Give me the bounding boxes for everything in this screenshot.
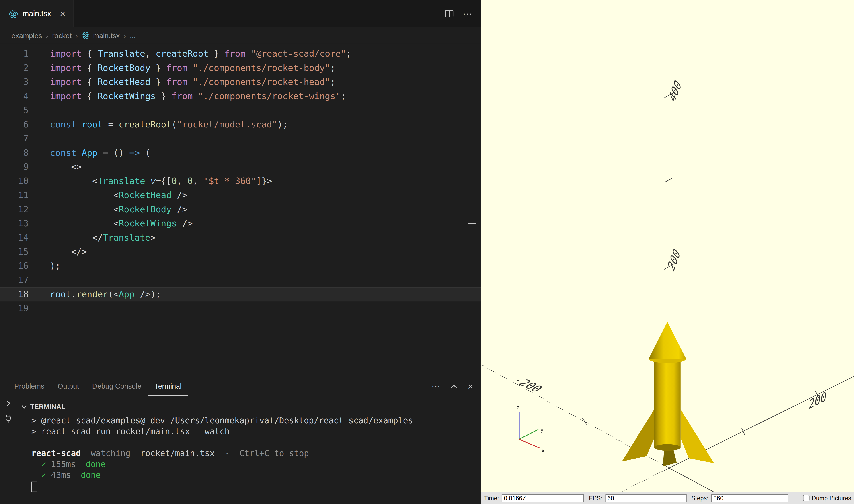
line-number: 1: [0, 47, 29, 61]
panel-close-icon[interactable]: ×: [467, 382, 473, 391]
terminal-line: > @react-scad/examples@ dev /Users/leonm…: [31, 415, 481, 426]
split-editor-icon[interactable]: [445, 9, 454, 18]
panel-tabs-row: ProblemsOutputDebug ConsoleTerminal ⋯ ×: [0, 377, 481, 396]
panel-tab-output[interactable]: Output: [51, 377, 86, 396]
tab-title: main.tsx: [22, 10, 51, 18]
code-line[interactable]: 4import { RocketWings } from "./componen…: [0, 89, 481, 104]
code-line[interactable]: 7: [0, 132, 481, 146]
rocket-nose-cone: [649, 322, 686, 359]
dump-pictures-group: Dump Pictures: [803, 494, 851, 501]
code-text: </Translate>: [50, 231, 156, 245]
code-line[interactable]: 11 <RocketHead />: [0, 188, 481, 202]
line-number: 2: [0, 61, 29, 75]
line-number: 14: [0, 231, 29, 245]
line-number: 8: [0, 146, 29, 160]
tabbar-actions: ⋯: [445, 0, 472, 27]
fps-input[interactable]: [605, 494, 686, 502]
code-text: import { RocketBody } from "./components…: [50, 61, 335, 75]
panel-tab-terminal[interactable]: Terminal: [148, 377, 188, 396]
tab-close-icon[interactable]: ×: [60, 9, 65, 18]
line-number: 7: [0, 132, 29, 146]
rocket-base: [654, 444, 681, 451]
terminal-main[interactable]: TERMINAL > @react-scad/examples@ dev /Us…: [17, 396, 481, 504]
code-text: root.render(<App />);: [50, 287, 161, 302]
line-number: 9: [0, 160, 29, 174]
code-line[interactable]: 17: [0, 273, 481, 287]
breadcrumb-item-examples[interactable]: examples: [12, 31, 42, 39]
code-line[interactable]: 3import { RocketHead } from "./component…: [0, 75, 481, 89]
line-number: 18: [0, 287, 29, 302]
overview-ruler-mark: [468, 223, 477, 224]
axis-label-y200: 200: [808, 389, 827, 412]
code-text: </>: [50, 245, 87, 259]
steps-input[interactable]: [711, 494, 788, 502]
terminal-line: react-scad watching rocket/main.tsx · Ct…: [31, 448, 481, 459]
steps-label: Steps:: [691, 494, 709, 501]
code-line[interactable]: 2import { RocketBody } from "./component…: [0, 61, 481, 75]
dump-pictures-checkbox[interactable]: [803, 494, 809, 501]
line-number: 15: [0, 245, 29, 259]
bottom-panel: ProblemsOutputDebug ConsoleTerminal ⋯ ×: [0, 377, 481, 504]
breadcrumb-item-file[interactable]: main.tsx: [93, 31, 120, 39]
chevron-down-icon: [21, 403, 28, 410]
rocket-model[interactable]: [622, 322, 714, 467]
terminal-rail: [0, 396, 17, 504]
rocket-body: [654, 359, 681, 447]
terminal-line: ✓ 155ms done: [31, 459, 481, 470]
code-text: <RocketHead />: [50, 188, 188, 202]
code-line[interactable]: 18root.render(<App />);: [0, 287, 481, 302]
panel-more-icon[interactable]: ⋯: [431, 382, 440, 391]
code-line[interactable]: 1import { Translate, createRoot } from "…: [0, 47, 481, 61]
code-line[interactable]: 19: [0, 302, 481, 316]
viewport-statusbar: Time: FPS: Steps: Dump Pictures: [481, 491, 854, 504]
panel-tab-debug-console[interactable]: Debug Console: [86, 377, 148, 396]
line-number: 3: [0, 75, 29, 89]
breadcrumb: examples › rocket › main.tsx › ...: [0, 27, 481, 43]
breadcrumb-item-rocket[interactable]: rocket: [52, 31, 72, 39]
code-line[interactable]: 8const App = () => (: [0, 146, 481, 160]
code-line[interactable]: 6const root = createRoot("rocket/model.s…: [0, 118, 481, 132]
more-actions-icon[interactable]: ⋯: [463, 9, 472, 18]
editor-tabbar: main.tsx × ⋯: [0, 0, 481, 27]
code-editor[interactable]: 1import { Translate, createRoot } from "…: [0, 43, 481, 377]
line-number: 17: [0, 273, 29, 287]
breadcrumb-separator: ›: [123, 31, 126, 39]
panel-maximize-icon[interactable]: [450, 383, 458, 390]
code-text: <Translate v={[0, 0, "$t * 360"]}>: [50, 174, 272, 188]
line-number: 4: [0, 89, 29, 104]
code-line[interactable]: 5: [0, 103, 481, 118]
terminal-cursor: [31, 482, 37, 492]
terminal-section-header[interactable]: TERMINAL: [21, 400, 481, 413]
scad-3d-viewport[interactable]: 400 200 -200 200 z: [481, 0, 854, 492]
axis-label-z200: 200: [666, 245, 682, 274]
code-text: );: [50, 259, 60, 273]
plug-icon[interactable]: [4, 414, 13, 424]
code-line[interactable]: 10 <Translate v={[0, 0, "$t * 360"]}>: [0, 174, 481, 188]
chevron-right-icon[interactable]: [5, 400, 12, 407]
line-number: 10: [0, 174, 29, 188]
rocket-fin-right: [681, 409, 714, 463]
code-line[interactable]: 12 <RocketBody />: [0, 202, 481, 217]
code-text: import { Translate, createRoot } from "@…: [50, 47, 351, 61]
code-line[interactable]: 13 <RocketWings />: [0, 217, 481, 231]
terminal-section-label: TERMINAL: [30, 403, 66, 410]
code-text: const App = () => (: [50, 146, 150, 160]
code-line[interactable]: 15 </>: [0, 245, 481, 259]
code-line[interactable]: 9 <>: [0, 160, 481, 174]
panel-tab-problems[interactable]: Problems: [7, 377, 51, 396]
panel-tabs: ProblemsOutputDebug ConsoleTerminal: [7, 377, 188, 396]
tab-main-tsx[interactable]: main.tsx ×: [0, 0, 73, 27]
breadcrumb-item-symbol[interactable]: ...: [130, 31, 136, 39]
fps-label: FPS:: [589, 494, 602, 501]
line-number: 6: [0, 118, 29, 132]
time-input[interactable]: [502, 494, 584, 502]
line-number: 16: [0, 259, 29, 273]
mini-axis-z-label: z: [516, 404, 519, 410]
time-label: Time:: [484, 494, 499, 501]
line-number: 12: [0, 202, 29, 217]
breadcrumb-separator: ›: [75, 31, 78, 39]
mini-axis-indicator: z y x: [516, 404, 545, 453]
panel-body: TERMINAL > @react-scad/examples@ dev /Us…: [0, 396, 481, 504]
code-line[interactable]: 14 </Translate>: [0, 231, 481, 245]
code-line[interactable]: 16);: [0, 259, 481, 273]
